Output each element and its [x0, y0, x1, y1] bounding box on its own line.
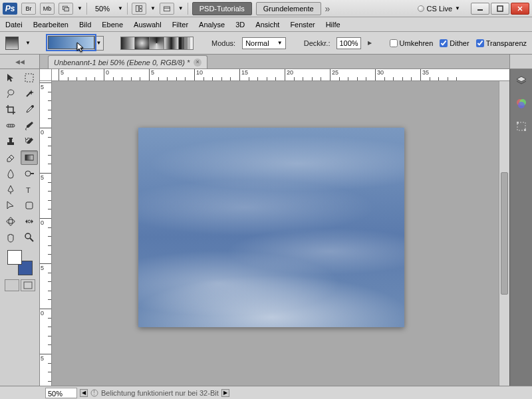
toolbox-collapse-handle[interactable]: ◀◀: [0, 55, 40, 68]
warning-icon: !: [90, 389, 98, 397]
history-brush-tool[interactable]: [21, 134, 38, 149]
scrollbar-thumb[interactable]: [501, 172, 508, 294]
channels-panel-icon[interactable]: [513, 96, 529, 112]
reflected-gradient-button[interactable]: [164, 37, 179, 50]
3d-camera-tool[interactable]: [21, 214, 38, 229]
move-tool[interactable]: [2, 70, 19, 85]
crop-tool[interactable]: [2, 102, 19, 117]
eyedropper-tool[interactable]: [21, 102, 38, 117]
menu-ebene[interactable]: Ebene: [102, 21, 123, 29]
minibridge-button[interactable]: Mb: [40, 3, 55, 15]
healing-brush-tool[interactable]: [2, 118, 19, 133]
hand-tool[interactable]: [2, 230, 19, 245]
zoom-tool[interactable]: [21, 230, 38, 245]
brush-tool[interactable]: [21, 118, 38, 133]
ruler-tick: 0: [40, 128, 52, 136]
svg-point-22: [25, 171, 31, 176]
layers-panel-icon[interactable]: [513, 73, 529, 89]
menu-bar: DateiBearbeitenBildEbeneAuswahlFilterAna…: [0, 17, 532, 32]
menu-datei[interactable]: Datei: [5, 21, 23, 29]
shape-tool[interactable]: [21, 198, 38, 213]
menu-filter[interactable]: Filter: [172, 21, 188, 29]
menu-3d[interactable]: 3D: [235, 21, 245, 29]
cs-live-button[interactable]: CS Live ▼: [415, 5, 463, 13]
workspace-tab-grundelemente[interactable]: Grundelemente: [256, 2, 321, 15]
reverse-checkbox[interactable]: Umkehren: [390, 39, 434, 47]
diamond-gradient-button[interactable]: [179, 37, 194, 50]
blur-tool[interactable]: [2, 166, 19, 181]
clone-stamp-tool[interactable]: [2, 134, 19, 149]
opacity-flyout-arrow[interactable]: ▶: [368, 40, 372, 46]
ruler-tick: 5: [59, 69, 64, 81]
gradient-picker-dropdown[interactable]: ▼: [94, 36, 104, 51]
zoom-level[interactable]: 50%: [91, 5, 114, 13]
menu-ansicht[interactable]: Ansicht: [255, 21, 279, 29]
opacity-input[interactable]: 100%: [336, 37, 360, 49]
color-swatches[interactable]: [7, 250, 33, 275]
pen-tool[interactable]: [2, 182, 19, 197]
canvas-wrap: 505101520253035 5050505: [40, 69, 509, 386]
menu-hilfe[interactable]: Hilfe: [326, 21, 340, 29]
menu-bild[interactable]: Bild: [79, 21, 91, 29]
vertical-scrollbar[interactable]: [499, 81, 509, 386]
status-prev-button[interactable]: ◀: [80, 389, 88, 397]
type-tool[interactable]: T: [21, 182, 38, 197]
gradient-preview[interactable]: [48, 36, 94, 49]
title-bar: Ps Br Mb ▼ 50% ▼ ▼ ▼ PSD-TutorialsGrunde…: [0, 0, 532, 17]
dodge-tool[interactable]: [21, 166, 38, 181]
dropdown-arrow-icon: ▼: [455, 5, 460, 11]
ruler-origin[interactable]: [40, 69, 52, 81]
screen-mode-button[interactable]: [59, 3, 73, 15]
menu-auswahl[interactable]: Auswahl: [134, 21, 162, 29]
tool-preset-picker[interactable]: [5, 37, 19, 50]
dither-checkbox[interactable]: Dither: [440, 39, 469, 47]
angle-gradient-button[interactable]: [150, 37, 164, 50]
arrange-documents-button[interactable]: [132, 3, 146, 15]
screen-mode-button[interactable]: [21, 279, 35, 291]
canvas-area[interactable]: [52, 81, 509, 386]
dropdown-arrow-icon[interactable]: ▼: [25, 40, 31, 46]
paths-panel-icon[interactable]: [513, 118, 529, 134]
document-tab[interactable]: Unbenannt-1 bei 50% (Ebene 0, RGB/8) * ×: [48, 55, 207, 68]
menu-bearbeiten[interactable]: Bearbeiten: [33, 21, 68, 29]
marquee-tool[interactable]: [21, 70, 38, 85]
3d-rotate-tool[interactable]: [2, 214, 19, 229]
dropdown-arrow-icon[interactable]: ▼: [118, 5, 123, 11]
ruler-tick: 0: [40, 309, 52, 317]
dropdown-arrow-icon[interactable]: ▼: [178, 5, 184, 11]
screen-mode-cycle-button[interactable]: [160, 3, 174, 15]
magic-wand-tool[interactable]: [21, 86, 38, 101]
document-tab-title: Unbenannt-1 bei 50% (Ebene 0, RGB/8) *: [54, 59, 190, 66]
svg-rect-1: [65, 8, 69, 11]
close-tab-icon[interactable]: ×: [194, 59, 201, 66]
more-workspaces-button[interactable]: »: [325, 3, 331, 14]
artboard[interactable]: [138, 128, 404, 327]
svg-text:T: T: [26, 186, 31, 194]
close-button[interactable]: [511, 3, 529, 15]
vertical-ruler[interactable]: 5050505: [40, 81, 52, 386]
path-selection-tool[interactable]: [2, 198, 19, 213]
right-dock-collapse-handle[interactable]: [509, 55, 532, 68]
svg-rect-21: [25, 155, 33, 160]
blend-mode-select[interactable]: Normal ▼: [242, 37, 286, 49]
gradient-tool[interactable]: [21, 150, 38, 165]
minimize-button[interactable]: [471, 3, 489, 15]
bridge-button[interactable]: Br: [21, 3, 36, 15]
dropdown-arrow-icon[interactable]: ▼: [150, 5, 156, 11]
radial-gradient-button[interactable]: [135, 37, 150, 50]
workspace-tab-psd-tutorials[interactable]: PSD-Tutorials: [192, 2, 252, 15]
horizontal-ruler[interactable]: 505101520253035: [52, 69, 509, 81]
transparency-checkbox[interactable]: Transparenz: [476, 39, 527, 47]
maximize-button[interactable]: [491, 3, 509, 15]
quick-mask-button[interactable]: [5, 279, 19, 291]
lasso-tool[interactable]: [2, 86, 19, 101]
status-zoom-input[interactable]: 50%: [45, 388, 77, 398]
eraser-tool[interactable]: [2, 150, 19, 165]
foreground-color-swatch[interactable]: [7, 250, 22, 265]
dropdown-arrow-icon[interactable]: ▼: [77, 5, 82, 11]
menu-fenster[interactable]: Fenster: [290, 21, 315, 29]
svg-rect-11: [25, 74, 33, 82]
linear-gradient-button[interactable]: [120, 37, 135, 50]
status-next-button[interactable]: ▶: [221, 389, 229, 397]
menu-analyse[interactable]: Analyse: [199, 21, 225, 29]
